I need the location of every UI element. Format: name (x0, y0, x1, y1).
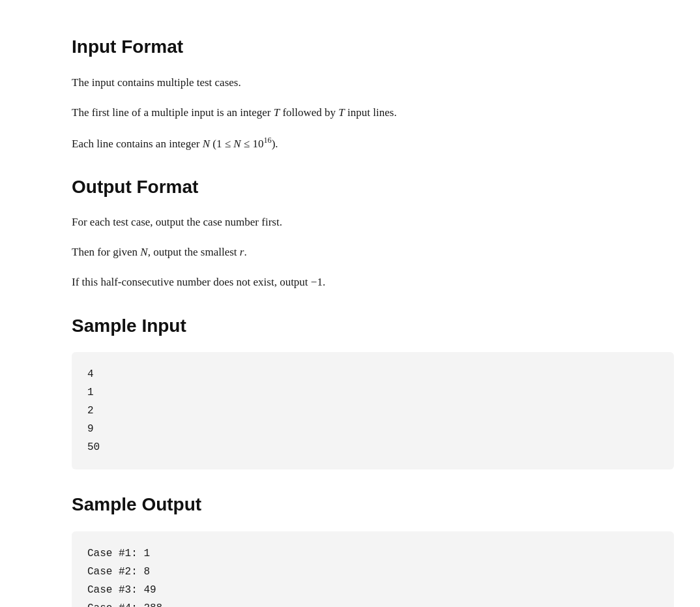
sample-output-line-1: Case #2: 8 (87, 563, 658, 581)
output-format-section: Output Format For each test case, output… (72, 173, 674, 292)
sample-output-section: Sample Output Case #1: 1 Case #2: 8 Case… (72, 490, 674, 607)
input-format-para-2: The first line of a multiple input is an… (72, 104, 674, 122)
input-format-heading: Input Format (72, 33, 674, 62)
sample-output-heading: Sample Output (72, 490, 674, 520)
output-format-heading: Output Format (72, 173, 674, 202)
sample-input-line-1: 1 (87, 383, 658, 402)
sample-output-block: Case #1: 1 Case #2: 8 Case #3: 49 Case #… (72, 531, 674, 607)
sample-output-line-3: Case #4: 288 (87, 599, 658, 607)
sample-input-line-4: 50 (87, 438, 658, 456)
sample-input-line-0: 4 (87, 365, 658, 383)
output-format-para-1: For each test case, output the case numb… (72, 213, 674, 231)
input-format-para-3: Each line contains an integer N (1 ≤ N ≤… (72, 134, 674, 153)
sample-output-line-2: Case #3: 49 (87, 581, 658, 599)
sample-input-block: 4 1 2 9 50 (72, 352, 674, 469)
output-format-para-3: If this half-consecutive number does not… (72, 273, 674, 291)
input-format-para-1: The input contains multiple test cases. (72, 74, 674, 92)
input-format-section: Input Format The input contains multiple… (72, 33, 674, 153)
output-format-para-2: Then for given N, output the smallest r. (72, 243, 674, 261)
sample-input-line-2: 2 (87, 402, 658, 420)
sample-input-line-3: 9 (87, 420, 658, 438)
sample-input-heading: Sample Input (72, 312, 674, 341)
sample-output-line-0: Case #1: 1 (87, 544, 658, 563)
sample-input-section: Sample Input 4 1 2 9 50 (72, 312, 674, 470)
